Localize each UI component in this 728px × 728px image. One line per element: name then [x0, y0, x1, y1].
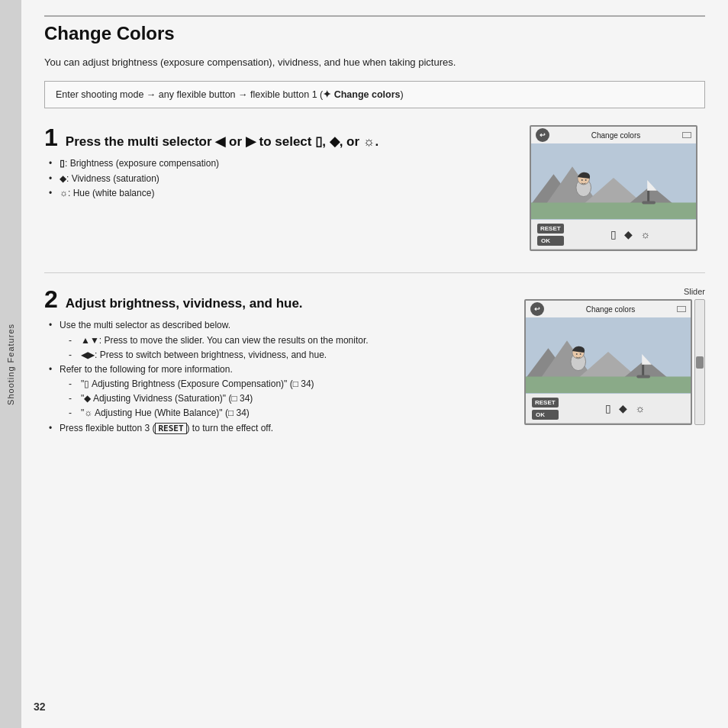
step-1-camera: ↩ Change colors [530, 125, 705, 251]
cam-indicator-1 [682, 132, 691, 138]
cam-scene-svg-2 [526, 317, 691, 394]
step-2-title: Adjust brightness, vividness, and hue. [66, 295, 303, 312]
svg-rect-21 [636, 375, 650, 378]
cam-icon-brightness-2: ▯ [605, 402, 611, 414]
step-divider [44, 272, 705, 273]
step-1-title: Press the multi selector ◀ or ▶ to selec… [66, 134, 378, 150]
sidebar-label: Shooting Features [6, 324, 15, 405]
slider-thumb [696, 356, 704, 369]
step-1-bullet-2: ◆: Vividness (saturation) [49, 172, 517, 186]
cam-title-2: Change colors [586, 305, 635, 314]
step-2-header: 2 Adjust brightness, vividness, and hue. [44, 287, 512, 312]
step-2-sub-list-2: "▯ Adjusting Brightness (Exposure Compen… [69, 377, 512, 421]
cam-icons-row-2: ▯ ◆ ☼ [566, 402, 685, 414]
step-1-number: 1 [44, 125, 58, 150]
instruction-text: Enter shooting mode → any flexible butto… [56, 89, 404, 100]
cam-indicator-2 [677, 306, 686, 312]
page-number: 32 [34, 701, 46, 713]
step-2-row: 2 Adjust brightness, vividness, and hue.… [44, 287, 705, 436]
reset-btn-1: RESET [537, 224, 564, 234]
cam-scene-1 [531, 143, 696, 220]
step-2-number: 2 [44, 287, 58, 311]
ok-btn-2: OK [532, 410, 559, 420]
step-2-right: Slider ↩ Change colors [524, 287, 705, 425]
cam-title-1: Change colors [591, 131, 640, 140]
ok-btn-1: OK [537, 236, 564, 246]
svg-point-25 [580, 353, 581, 355]
step-2-bullets: Use the multi selector as described belo… [49, 318, 512, 436]
cam-icon-hue: ☼ [640, 228, 650, 240]
svg-rect-6 [647, 191, 649, 203]
step-1-bullet-3: ☼: Hue (white balance) [49, 186, 517, 201]
svg-rect-18 [526, 377, 691, 394]
cam-left-buttons-2: RESET OK [532, 398, 559, 420]
step-2-ref-3: "☼ Adjusting Hue (White Balance)" (□ 34) [69, 406, 512, 420]
step-2-sub-list: ▲▼: Press to move the slider. You can vi… [69, 333, 512, 362]
cam-scene-svg-1 [531, 143, 696, 220]
cam-header-2: ↩ Change colors [526, 301, 691, 317]
step-2-camera-wrapper: ↩ Change colors [524, 299, 705, 425]
cam-icon-brightness: ▯ [610, 228, 617, 240]
cam-back-btn-2: ↩ [530, 302, 544, 316]
svg-point-12 [585, 179, 587, 181]
cam-header-1: ↩ Change colors [531, 127, 696, 143]
step-1-bullets: ▯: Brightness (exposure compensation) ◆:… [49, 156, 517, 201]
page-title-section: Change Colors [44, 15, 705, 44]
camera-screen-1: ↩ Change colors [530, 125, 697, 251]
svg-point-24 [576, 353, 578, 355]
cam-icon-hue-2: ☼ [635, 402, 645, 414]
cam-bottom-2: RESET OK ▯ ◆ ☼ [526, 394, 691, 423]
cam-icons-row-1: ▯ ◆ ☼ [572, 228, 690, 240]
instruction-box: Enter shooting mode → any flexible butto… [44, 81, 705, 109]
step-2-bullet-1: Use the multi selector as described belo… [49, 318, 512, 362]
main-content: Change Colors You can adjust brightness … [21, 0, 728, 728]
svg-rect-8 [642, 201, 656, 205]
cam-icon-vividness-2: ◆ [619, 402, 627, 414]
step-1-left: 1 Press the multi selector ◀ or ▶ to sel… [44, 125, 517, 201]
vertical-slider [694, 299, 705, 425]
step-2-bullet-3: Press flexible button 3 (RESET) to turn … [49, 421, 512, 436]
cam-left-buttons-1: RESET OK [537, 224, 564, 246]
svg-rect-5 [531, 203, 696, 220]
camera-screen-2: ↩ Change colors [524, 299, 692, 425]
page-title: Change Colors [44, 23, 705, 44]
cam-back-btn-1: ↩ [536, 128, 549, 142]
step-2-ref-2: "◆ Adjusting Vividness (Saturation)" (□ … [69, 391, 512, 406]
step-2-sub-1: ▲▼: Press to move the slider. You can vi… [69, 333, 512, 348]
step-1-header: 1 Press the multi selector ◀ or ▶ to sel… [44, 125, 517, 150]
step-2-ref-1: "▯ Adjusting Brightness (Exposure Compen… [69, 377, 512, 391]
step-2-left: 2 Adjust brightness, vividness, and hue.… [44, 287, 512, 436]
cam-icon-vividness: ◆ [624, 228, 633, 240]
step-1-row: 1 Press the multi selector ◀ or ▶ to sel… [44, 125, 705, 251]
slider-label: Slider [684, 287, 705, 296]
cam-bottom-1: RESET OK ▯ ◆ ☼ [531, 220, 696, 249]
svg-point-11 [581, 179, 583, 181]
reset-code: RESET [155, 423, 186, 434]
steps-area: 1 Press the multi selector ◀ or ▶ to sel… [44, 125, 705, 449]
step-1-bullet-1: ▯: Brightness (exposure compensation) [49, 156, 517, 171]
step-2-sub-2: ◀▶: Press to switch between brightness, … [69, 348, 512, 362]
intro-text: You can adjust brightness (exposure comp… [44, 55, 705, 70]
sidebar: Shooting Features [0, 0, 21, 728]
svg-rect-19 [642, 365, 644, 377]
cam-scene-2 [526, 317, 691, 394]
reset-btn-2: RESET [532, 398, 559, 407]
step-2-bullet-2: Refer to the following for more informat… [49, 362, 512, 421]
